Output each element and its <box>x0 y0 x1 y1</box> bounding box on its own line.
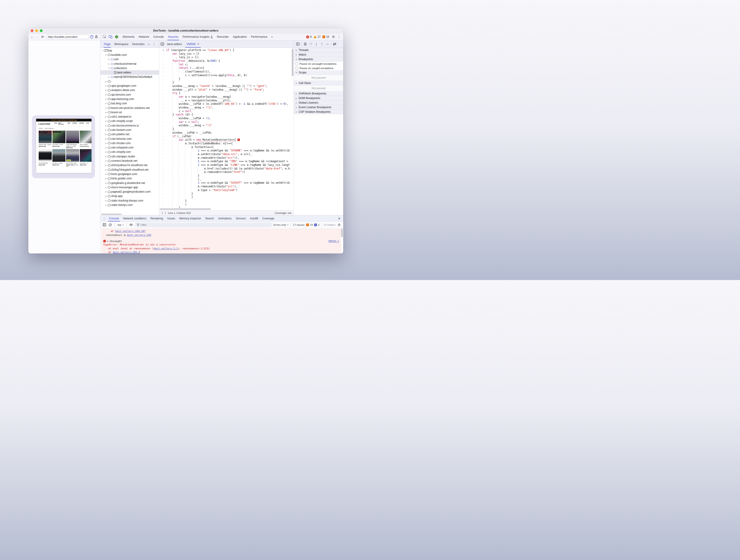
line-gutter[interactable]: - <box>159 77 166 81</box>
drawer-tab-animations[interactable]: Animations <box>216 215 234 221</box>
checkbox-pause-on-caught-exceptions[interactable]: Pause on caught exceptions <box>294 66 343 70</box>
checkbox-box[interactable] <box>295 67 298 70</box>
checkbox-box[interactable] <box>295 63 298 65</box>
drawer-tab-sensors[interactable]: Sensors <box>234 215 248 221</box>
deactivate-breakpoints-icon[interactable] <box>332 41 337 47</box>
line-gutter[interactable]: - <box>159 124 166 127</box>
expander-icon[interactable]: ▸ <box>105 142 107 144</box>
tree-item-fonts-googleapis-com[interactable]: ▸fonts.googleapis.com <box>100 172 159 176</box>
navigator-menu-icon[interactable]: ⋮ <box>151 42 157 46</box>
tree-horizontal-scrollbar[interactable] <box>100 213 159 215</box>
inline-error-icon[interactable]: ✕ <box>237 138 240 141</box>
tree-item-d1hcrjcdtouu7e-cloudfront-net[interactable]: ▸d1hcrjcdtouu7e.cloudfront.net <box>100 163 159 168</box>
line-gutter[interactable]: - <box>159 88 166 92</box>
tree-item-cdn-jsdelivr-net[interactable]: ▸cdn.jsdelivr.net <box>100 132 159 136</box>
line-gutter[interactable]: 1 <box>159 49 166 52</box>
step-icon[interactable] <box>325 41 330 47</box>
tree-item-pagead2-googlesyndication-com[interactable]: ▸pagead2.googlesyndication.com <box>100 190 159 194</box>
expander-icon[interactable]: ▸ <box>105 89 107 91</box>
source-link[interactable]: best-sellers:104 <box>127 234 151 237</box>
console-settings-icon[interactable]: ⚙ <box>337 223 342 227</box>
line-gutter[interactable]: - <box>159 106 166 110</box>
console-vertical-scrollbar[interactable] <box>341 228 343 237</box>
drawer-tab-search[interactable]: Search <box>203 215 216 221</box>
expander-icon[interactable]: ▸ <box>105 107 107 109</box>
expander-icon[interactable]: ▸ <box>105 204 107 206</box>
checkbox-pause-on-uncaught-exceptions[interactable]: Pause on uncaught exceptions <box>294 62 343 66</box>
line-gutter[interactable]: - <box>159 146 166 149</box>
line-gutter[interactable]: - <box>159 174 166 178</box>
drawer-tab-console[interactable]: Console <box>107 215 121 221</box>
expander-icon[interactable]: ▸ <box>105 164 107 166</box>
pretty-print-icon[interactable]: { } <box>162 211 166 214</box>
hide-navigator-icon[interactable] <box>160 41 165 47</box>
tab-recorder[interactable]: Recorder <box>215 33 230 40</box>
node-icon[interactable] <box>114 34 119 39</box>
expander-icon[interactable]: ▾ <box>105 54 107 56</box>
tree-item-checkouts-internal[interactable]: ▸checkouts/internal <box>100 62 159 66</box>
source-link[interactable]: best-sellers:105:9 <box>113 251 140 254</box>
expander-icon[interactable]: ▸ <box>105 169 107 171</box>
tree-item-bat-bing-com[interactable]: ▸bat.bing.com <box>100 101 159 106</box>
editor-horizontal-scrollbar[interactable] <box>159 208 294 210</box>
expander-icon[interactable]: ▸ <box>105 147 107 149</box>
expander-icon[interactable]: ▸ <box>105 94 107 96</box>
tree-item-cdn-shopify-com[interactable]: ▸cdn.shopify.com <box>100 150 159 154</box>
code-editor[interactable]: 1if (navigator.platform == "Linux x86_64… <box>159 48 294 208</box>
navigator-tab-overrides[interactable]: Overrides <box>131 40 146 48</box>
line-gutter[interactable]: - <box>159 181 166 185</box>
issues-counter[interactable]: 17 Issues: ! 15 ≡ 2 <box>293 223 319 226</box>
warning-badge-icon[interactable]: ! <box>313 35 317 38</box>
more-tabs-icon[interactable]: » <box>270 35 274 38</box>
section-watch[interactable]: ▸Watch <box>294 53 343 57</box>
editor-vertical-scrollbar[interactable] <box>292 49 293 76</box>
step-out-icon[interactable] <box>319 41 324 47</box>
tree-item-boost-cdn-prod-bc-solutions-net[interactable]: ▸boost-cdn-prod.bc-solutions.net <box>100 106 159 110</box>
console-sidebar-icon[interactable] <box>102 222 107 227</box>
url-input[interactable]: https://lunafide.com/collect <box>46 34 89 39</box>
tree-item-wpm-36000b3ew23d1e6a6p4[interactable]: ▸wpm@36000b3ew23d1e6a6p4 <box>100 75 159 79</box>
navigator-tab-workspace[interactable]: Workspace <box>113 40 130 48</box>
editor-tab-best-sellers[interactable]: best-sellers <box>165 40 184 48</box>
tab-console[interactable]: Console <box>151 33 166 40</box>
editor-tab-vm509[interactable]: VM509✕ <box>184 40 202 48</box>
expander-icon[interactable]: ▸ <box>105 133 107 135</box>
expander-icon[interactable]: ▸ <box>105 195 107 197</box>
line-gutter[interactable]: - <box>159 70 166 74</box>
line-gutter[interactable]: - <box>159 102 166 106</box>
line-gutter[interactable]: - <box>159 56 166 59</box>
line-gutter[interactable]: - <box>159 149 166 153</box>
tab-network[interactable]: Network <box>136 33 151 40</box>
tab-sources[interactable]: Sources <box>166 33 181 40</box>
section-threads[interactable]: ▸Threads <box>294 48 343 53</box>
line-gutter[interactable]: - <box>159 206 166 208</box>
settings-gear-icon[interactable]: ⚙ <box>331 35 336 39</box>
line-gutter[interactable]: - <box>159 170 166 174</box>
line-gutter[interactable]: - <box>159 156 166 160</box>
line-gutter[interactable]: - <box>159 153 166 156</box>
expander-icon[interactable]: ▸ <box>105 155 107 158</box>
tree-item-cdn-hextom-com[interactable]: ▸cdn.hextom.com <box>100 128 159 132</box>
back-icon[interactable]: ← <box>30 35 34 39</box>
tree-item-connect-facebook-net[interactable]: ▸connect.facebook.net <box>100 159 159 163</box>
expander-icon[interactable]: ▸ <box>105 102 107 105</box>
tree-item-lunafide-com[interactable]: ▾lunafide.com <box>100 53 159 57</box>
navigator-more-tabs-icon[interactable]: » <box>147 42 151 46</box>
line-gutter[interactable]: - <box>159 167 166 171</box>
line-gutter[interactable]: - <box>159 135 166 138</box>
log-level-selector[interactable]: Errors only▼ <box>273 223 289 226</box>
expander-icon[interactable]: ▸ <box>105 129 107 131</box>
line-gutter[interactable]: - <box>159 163 166 167</box>
expander-icon[interactable]: ▸ <box>105 80 107 83</box>
line-gutter[interactable]: - <box>159 84 166 88</box>
tree-item-static-tracking-klaviyo-com[interactable]: ▸static-tracking.klaviyo.com <box>100 198 159 203</box>
tree-item-googleads-g-doubleclick-net[interactable]: ▸googleads.g.doubleclick.net <box>100 181 159 185</box>
hand-icon[interactable] <box>95 35 98 39</box>
line-gutter[interactable]: - <box>159 131 166 135</box>
line-gutter[interactable]: - <box>159 142 166 146</box>
clear-console-icon[interactable] <box>108 222 113 227</box>
section-global-listeners[interactable]: ▸Global Listeners <box>294 100 343 105</box>
tab-performance-insights[interactable]: Performance insights <box>181 33 215 40</box>
line-gutter[interactable]: - <box>159 127 166 131</box>
forward-icon[interactable]: → <box>35 35 39 39</box>
